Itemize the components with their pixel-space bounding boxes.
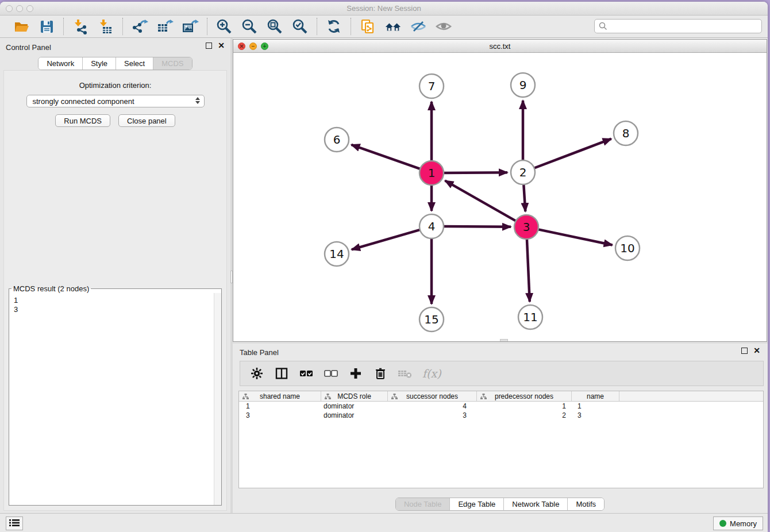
table-row[interactable]: 3dominator323 bbox=[239, 411, 763, 420]
graph-edge-2-8[interactable] bbox=[533, 139, 611, 169]
graph-edge-2-3[interactable] bbox=[523, 183, 525, 211]
column-header-label: successor nodes bbox=[406, 392, 458, 400]
table-tab-node-table[interactable]: Node Table bbox=[396, 498, 451, 510]
column-header-label: shared name bbox=[260, 392, 300, 400]
graph-node-label-2: 2 bbox=[519, 165, 527, 179]
workspace: Control Panel ✕ NetworkStyleSelectMCDS O… bbox=[0, 38, 768, 513]
delete-rows-icon[interactable] bbox=[373, 366, 388, 381]
search-field-wrap bbox=[594, 19, 762, 33]
graph-node-label-15: 15 bbox=[424, 313, 438, 326]
mcds-result-line: 3 bbox=[14, 305, 213, 314]
close-panel-button[interactable]: Close panel bbox=[118, 114, 175, 127]
table-row[interactable]: 1dominator411 bbox=[239, 402, 763, 411]
graph-edge-3-11[interactable] bbox=[527, 238, 530, 302]
table-tab-motifs[interactable]: Motifs bbox=[568, 498, 604, 510]
criterion-select[interactable]: strongly connected component bbox=[26, 95, 205, 107]
main-titlebar: Session: New Session bbox=[0, 2, 768, 16]
graph-edge-4-14[interactable] bbox=[352, 229, 421, 249]
column-header-shared-name[interactable]: shared name bbox=[239, 391, 321, 401]
select-all-columns-icon[interactable] bbox=[299, 366, 314, 381]
mcds-result-line: 1 bbox=[14, 296, 213, 305]
export-table-icon[interactable] bbox=[156, 18, 174, 35]
table-cell: dominator bbox=[321, 402, 388, 411]
home-icon[interactable] bbox=[384, 18, 402, 35]
graph-node-label-4: 4 bbox=[428, 219, 436, 233]
mcds-result-box: MCDS result (2 nodes) 13 bbox=[9, 284, 222, 506]
network-canvas-svg: 7968124314101511 bbox=[233, 53, 767, 342]
criterion-selected-value: strongly connected component bbox=[33, 97, 134, 106]
deselect-all-columns-icon[interactable] bbox=[324, 366, 338, 381]
settings-gear-icon[interactable] bbox=[249, 366, 264, 381]
save-session-icon[interactable] bbox=[38, 18, 55, 35]
memory-status-icon bbox=[719, 520, 726, 527]
table-cell: 3 bbox=[388, 411, 477, 420]
close-table-panel-icon[interactable]: ✕ bbox=[753, 348, 760, 354]
graph-node-label-1: 1 bbox=[428, 166, 436, 180]
table-cell: 1 bbox=[477, 402, 572, 411]
column-header-name[interactable]: name bbox=[572, 391, 619, 401]
run-mcds-button[interactable]: Run MCDS bbox=[55, 114, 110, 127]
table-cell: 3 bbox=[572, 411, 619, 420]
status-bar: Memory bbox=[0, 513, 768, 532]
table-tabs: Node TableEdge TableNetwork TableMotifs bbox=[395, 498, 605, 511]
network-resize-grip[interactable] bbox=[500, 339, 508, 341]
delete-table-icon bbox=[398, 366, 413, 381]
table-cell: 1 bbox=[239, 402, 321, 411]
graph-edge-3-1[interactable] bbox=[445, 180, 517, 221]
column-layout-icon[interactable] bbox=[274, 366, 289, 381]
export-image-icon[interactable] bbox=[182, 18, 199, 35]
network-canvas[interactable]: 7968124314101511 bbox=[233, 53, 767, 341]
main-toolbar bbox=[0, 16, 768, 38]
table-tab-edge-table[interactable]: Edge Table bbox=[450, 498, 504, 510]
mcds-result-list: 13 bbox=[10, 294, 213, 504]
refresh-icon[interactable] bbox=[325, 18, 342, 35]
window-title: Session: New Session bbox=[0, 4, 768, 13]
mcds-result-title: MCDS result (2 nodes) bbox=[11, 284, 91, 293]
result-scrollbar[interactable] bbox=[214, 293, 221, 505]
graph-edge-4-3[interactable] bbox=[442, 226, 511, 227]
column-header-MCDS-role[interactable]: MCDS role bbox=[321, 391, 388, 401]
graph-node-label-14: 14 bbox=[329, 247, 344, 261]
zoom-in-icon[interactable] bbox=[215, 18, 233, 35]
hide-graphics-details-icon[interactable] bbox=[410, 18, 427, 35]
table-cell: dominator bbox=[321, 411, 388, 420]
graph-node-label-8: 8 bbox=[622, 126, 630, 140]
close-panel-icon[interactable]: ✕ bbox=[218, 43, 225, 49]
table-tab-network-table[interactable]: Network Table bbox=[504, 498, 568, 510]
column-header-label: predecessor nodes bbox=[495, 392, 553, 400]
float-table-panel-icon[interactable] bbox=[741, 348, 748, 354]
add-row-icon[interactable] bbox=[348, 366, 363, 381]
tab-network[interactable]: Network bbox=[38, 57, 83, 70]
column-header-successor-nodes[interactable]: successor nodes bbox=[388, 391, 477, 401]
graph-node-label-6: 6 bbox=[333, 133, 341, 147]
table-cell: 2 bbox=[477, 411, 572, 420]
graph-node-label-11: 11 bbox=[523, 310, 537, 324]
memory-button[interactable]: Memory bbox=[713, 516, 763, 530]
import-table-icon[interactable] bbox=[97, 18, 114, 35]
new-network-from-selection-icon[interactable] bbox=[359, 18, 376, 35]
column-header-label: name bbox=[587, 392, 604, 400]
table-panel-title: Table Panel bbox=[240, 348, 279, 357]
graph-edge-1-6[interactable] bbox=[351, 145, 421, 169]
column-header-predecessor-nodes[interactable]: predecessor nodes bbox=[477, 391, 572, 401]
import-network-icon[interactable] bbox=[72, 18, 89, 35]
show-graphics-details-icon[interactable] bbox=[435, 18, 452, 35]
table-cell: 3 bbox=[239, 411, 321, 420]
tab-mcds[interactable]: MCDS bbox=[153, 57, 191, 70]
zoom-selected-icon[interactable] bbox=[291, 18, 309, 35]
select-stepper-icon bbox=[195, 97, 200, 104]
search-input[interactable] bbox=[594, 19, 762, 33]
graph-edge-1-2[interactable] bbox=[442, 172, 507, 173]
open-file-icon[interactable] bbox=[13, 18, 30, 35]
float-panel-icon[interactable] bbox=[206, 43, 212, 49]
tab-select[interactable]: Select bbox=[116, 57, 153, 70]
export-network-icon[interactable] bbox=[131, 18, 148, 35]
zoom-fit-icon[interactable] bbox=[266, 18, 283, 35]
graph-edge-3-10[interactable] bbox=[537, 229, 613, 245]
optimization-criterion-label: Optimization criterion: bbox=[4, 81, 226, 90]
zoom-out-icon[interactable] bbox=[241, 18, 258, 35]
tab-style[interactable]: Style bbox=[83, 57, 116, 70]
network-view-window: ✕ − + scc.txt 7968124314101511 bbox=[233, 39, 767, 342]
column-header-label: MCDS role bbox=[337, 392, 371, 400]
task-history-button[interactable] bbox=[6, 516, 23, 530]
